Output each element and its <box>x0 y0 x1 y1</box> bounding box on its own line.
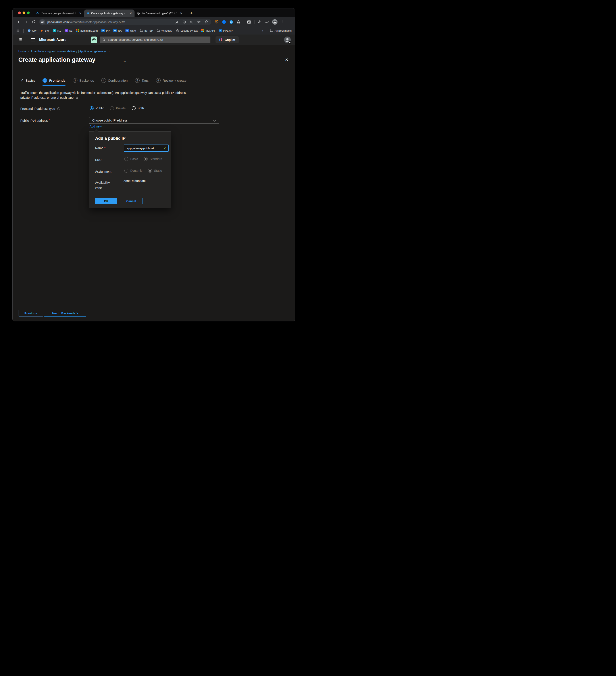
install-app-icon[interactable] <box>182 20 186 24</box>
breadcrumb-home-link[interactable]: Home <box>18 50 26 53</box>
password-manager-extension-icon[interactable] <box>222 20 226 24</box>
sku-label: SKU <box>95 158 102 162</box>
bookmark-item[interactable]: CW <box>27 29 37 32</box>
bookmark-label: USM <box>130 29 136 32</box>
bookmark-star-icon[interactable] <box>204 20 208 24</box>
azure-search-box[interactable] <box>100 37 210 43</box>
account-avatar[interactable] <box>284 37 291 43</box>
site-settings-icon[interactable] <box>40 19 45 24</box>
azure-search-input[interactable] <box>107 38 208 42</box>
radio-both[interactable]: Both <box>132 106 144 110</box>
bookmark-item[interactable]: n N1 <box>53 29 61 32</box>
bookmark-item[interactable]: U USM <box>125 29 136 32</box>
azure-more-menu[interactable]: ··· <box>273 38 278 42</box>
breadcrumb-app-gateways-link[interactable]: Load balancing and content delivery | Ap… <box>31 50 107 53</box>
previous-button[interactable]: Previous <box>18 310 43 317</box>
bookmark-item[interactable]: MG API <box>201 29 214 32</box>
tab-close-icon[interactable]: ✕ <box>129 12 132 15</box>
bookmark-item[interactable]: INT SP <box>140 29 153 32</box>
valid-check-icon: ✓ <box>164 146 166 150</box>
hamburger-menu-icon[interactable] <box>31 38 35 41</box>
public-ip-name-field[interactable]: ✓ <box>124 145 169 152</box>
address-bar[interactable]: portal.azure.com/#create/Microsoft.Appli… <box>39 18 211 25</box>
step-number-badge: 4 <box>101 78 106 83</box>
add-new-link[interactable]: Add new <box>89 125 102 128</box>
search-icon <box>102 38 105 41</box>
bookmark-item[interactable]: Lucene syntax <box>176 29 198 32</box>
letter-square-icon: P <box>101 29 105 32</box>
tab-basics[interactable]: ✓ Basics <box>20 78 35 86</box>
frontend-ip-type-label: Frontend IP address type <box>20 107 55 110</box>
tab-frontends[interactable]: 2 Frontends <box>43 78 65 86</box>
apps-grid-icon[interactable] <box>16 29 20 33</box>
bookmark-label: PPE API <box>223 29 234 32</box>
bookmarks-overflow-icon[interactable]: » <box>262 29 263 32</box>
tab-close-icon[interactable]: ✕ <box>180 12 183 15</box>
globe-icon <box>176 29 179 32</box>
close-blade-icon[interactable]: ✕ <box>285 57 288 62</box>
folder-icon <box>157 29 160 32</box>
fullscreen-window-button[interactable] <box>27 11 29 14</box>
minimize-window-button[interactable] <box>22 11 25 14</box>
eye-off-icon[interactable] <box>197 20 201 24</box>
mask-extension-icon[interactable] <box>229 20 234 24</box>
title-more-menu[interactable]: ··· <box>123 60 127 63</box>
app-launcher-waffle-icon[interactable] <box>19 38 22 41</box>
breadcrumb: Home › Load balancing and content delive… <box>18 49 110 53</box>
bookmark-label: SW <box>45 29 49 32</box>
browser-tab-nginx[interactable]: You've reached nginx1 (20.97 ✕ <box>134 9 185 17</box>
all-bookmarks-button[interactable]: All Bookmarks <box>270 29 292 32</box>
next-backends-button[interactable]: Next : Backends > <box>44 310 86 317</box>
step-number-badge: 2 <box>43 78 47 83</box>
downloads-icon[interactable] <box>257 20 262 24</box>
bookmark-item[interactable]: admin.ms.com <box>76 29 98 32</box>
url-text: portal.azure.com/#create/Microsoft.Appli… <box>47 20 125 24</box>
azure-brand: Microsoft Azure <box>39 38 66 42</box>
side-panel-search-icon[interactable] <box>247 20 251 24</box>
radio-public[interactable]: Public <box>89 106 104 110</box>
folder-icon <box>270 29 273 32</box>
step-label: Configuration <box>108 78 128 82</box>
info-icon[interactable] <box>57 107 60 110</box>
azure-top-nav: Microsoft Azure Copilot ··· <box>13 35 295 45</box>
radio-label: Public <box>96 107 104 110</box>
bookmark-item[interactable]: U NA <box>113 29 122 32</box>
breadcrumb-chevron-icon: › <box>108 49 110 53</box>
extensions-puzzle-icon[interactable] <box>237 20 241 24</box>
tab-tags[interactable]: 5 Tags <box>135 78 149 86</box>
cancel-button[interactable]: Cancel <box>120 198 142 204</box>
public-ipv4-label: Public IPv4 address <box>20 119 48 122</box>
zoom-icon[interactable] <box>190 20 193 24</box>
ok-button[interactable]: OK <box>95 198 117 204</box>
public-ip-dropdown[interactable]: Choose public IP address <box>89 117 219 124</box>
translate-off-icon[interactable] <box>175 20 179 24</box>
launch-upload-button[interactable] <box>91 37 97 43</box>
bookmark-label: CW <box>32 29 37 32</box>
bookmark-item[interactable]: S S1 <box>65 29 73 32</box>
browser-tab-create-app-gateway[interactable]: Create application gateway - ✕ <box>84 9 134 17</box>
tab-close-icon[interactable]: ✕ <box>79 12 82 15</box>
bookmark-item[interactable]: SW <box>40 29 49 32</box>
copilot-button[interactable]: Copilot <box>215 36 239 43</box>
browser-tab-resource-groups[interactable]: Resource groups - Microsoft A ✕ <box>34 9 84 17</box>
privacy-badger-extension-icon[interactable] <box>214 20 219 24</box>
bookmark-item[interactable]: P PPE API <box>219 29 234 32</box>
lock-badge-icon <box>288 41 291 44</box>
close-window-button[interactable] <box>18 11 21 14</box>
bookmark-item[interactable]: Windows <box>157 29 172 32</box>
forward-icon[interactable] <box>23 19 29 25</box>
reload-icon[interactable] <box>31 19 37 25</box>
tab-configuration[interactable]: 4 Configuration <box>101 78 128 86</box>
new-tab-button[interactable]: + <box>189 11 194 16</box>
letter-square-icon: n <box>53 29 56 32</box>
tab-backends[interactable]: 3 Backends <box>73 78 94 86</box>
profile-avatar[interactable] <box>272 19 278 24</box>
tab-review-create[interactable]: 6 Review + create <box>156 78 187 86</box>
bookmark-item[interactable]: P PP <box>101 29 110 32</box>
external-link-icon[interactable] <box>76 96 78 99</box>
public-ip-name-input[interactable] <box>126 146 163 150</box>
media-playlist-icon[interactable] <box>265 20 269 24</box>
back-icon[interactable] <box>16 19 21 25</box>
bookmark-label: NA <box>118 29 122 32</box>
browser-menu-kebab-icon[interactable] <box>281 20 284 24</box>
